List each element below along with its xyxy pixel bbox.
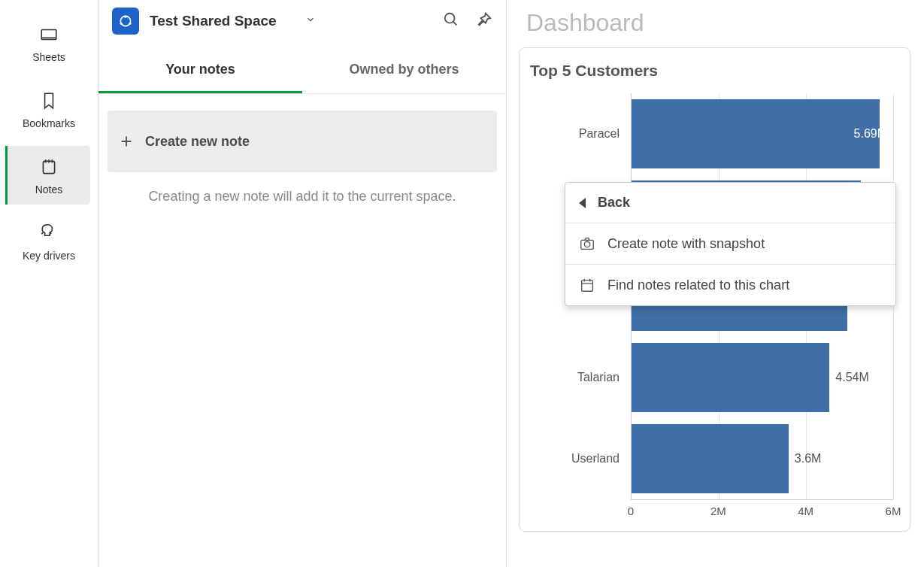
notes-tabs: Your notes Owned by others: [98, 48, 506, 94]
camera-icon: [579, 235, 595, 252]
sidebar-item-notes[interactable]: Notes: [5, 146, 90, 205]
dashboard-title: Dashboard: [519, 0, 924, 47]
chart-context-menu: Back Create note with snapshot Find note…: [565, 182, 896, 306]
context-back-label: Back: [598, 195, 630, 211]
sidebar-item-label: Sheets: [32, 51, 65, 63]
category-label: Userland: [529, 452, 627, 465]
x-tick: 4M: [798, 505, 813, 517]
bar-value-label: 3.6M: [795, 452, 822, 465]
empty-hint: Creating a new note will add it to the c…: [98, 172, 506, 221]
category-label: Paracel: [529, 127, 627, 141]
dashboard-panel: Dashboard Top 5 Customers Paracel5.69MDe…: [507, 0, 924, 567]
svg-point-6: [445, 14, 455, 23]
context-label: Find notes related to this chart: [607, 277, 789, 293]
sidebar-item-label: Key drivers: [23, 250, 75, 262]
tab-your-notes[interactable]: Your notes: [98, 48, 302, 93]
svg-point-8: [584, 241, 589, 247]
space-dropdown[interactable]: [305, 14, 316, 28]
left-sidebar: Sheets Bookmarks Notes Key drivers: [0, 0, 98, 567]
tab-owned-by-others[interactable]: Owned by others: [302, 48, 506, 93]
sheets-icon: [39, 24, 59, 45]
x-tick: 0: [628, 505, 634, 517]
bar-row[interactable]: Userland3.6M: [632, 418, 893, 499]
key-drivers-icon: [39, 223, 59, 244]
bar[interactable]: [632, 343, 829, 412]
svg-rect-1: [43, 161, 54, 173]
context-label: Create note with snapshot: [607, 236, 765, 252]
chevron-left-icon: [579, 198, 586, 208]
x-tick: 6M: [886, 505, 901, 517]
svg-rect-9: [582, 280, 593, 292]
context-find-notes[interactable]: Find notes related to this chart: [565, 265, 895, 305]
x-tick: 2M: [710, 505, 726, 517]
sidebar-item-label: Bookmarks: [23, 117, 75, 129]
space-title: Test Shared Space: [150, 13, 277, 29]
calendar-icon: [579, 277, 595, 293]
sidebar-item-label: Notes: [35, 183, 63, 196]
bar-value-label: 4.54M: [835, 371, 868, 384]
plus-icon: [118, 133, 135, 150]
category-label: Talarian: [529, 371, 627, 384]
bar-value-label: 5.69M: [854, 127, 887, 141]
sidebar-item-sheets[interactable]: Sheets: [8, 14, 90, 72]
bookmark-icon: [39, 90, 59, 111]
bar[interactable]: [632, 99, 880, 168]
chart-title: Top 5 Customers: [530, 62, 901, 80]
create-new-note-button[interactable]: Create new note: [108, 111, 497, 172]
sidebar-item-bookmarks[interactable]: Bookmarks: [8, 80, 90, 138]
context-create-note-snapshot[interactable]: Create note with snapshot: [565, 223, 895, 265]
bar-row[interactable]: Paracel5.69M: [632, 93, 893, 174]
bar-row[interactable]: Talarian4.54M: [632, 337, 893, 418]
svg-point-4: [120, 23, 123, 25]
pin-icon[interactable]: [476, 11, 492, 31]
sidebar-item-key-drivers[interactable]: Key drivers: [8, 212, 90, 271]
context-back[interactable]: Back: [565, 183, 895, 223]
chart-card-top5-customers[interactable]: Top 5 Customers Paracel5.69MDeakTalarian…: [519, 47, 910, 532]
notes-panel: Test Shared Space Your notes Owned by ot…: [98, 0, 507, 567]
create-note-label: Create new note: [145, 134, 250, 150]
bar[interactable]: [632, 424, 789, 493]
search-icon[interactable]: [443, 11, 459, 31]
space-icon: [112, 8, 139, 35]
svg-point-3: [124, 16, 126, 18]
space-header: Test Shared Space: [98, 0, 506, 48]
svg-point-5: [129, 23, 131, 25]
notes-icon: [39, 156, 59, 177]
